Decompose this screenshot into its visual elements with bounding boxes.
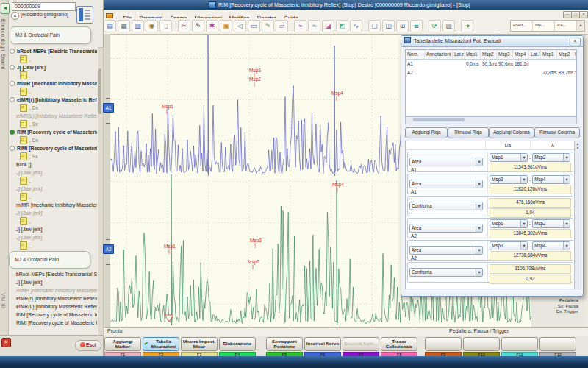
exam-tree-item[interactable]: RIMI [Recovery cycle of Masseteric Inhib… <box>9 319 97 327</box>
button-tabella-misurazioni[interactable]: ✔Tabella Misurazioni <box>143 337 179 351</box>
button-rimuovi-colonna[interactable]: Rimuovi Colonna <box>534 127 580 138</box>
stimulus-icon[interactable]: ✱ <box>206 20 218 32</box>
button-aggiungi-riga[interactable]: Aggiungi Riga <box>405 127 448 138</box>
collection-icon[interactable]: ≣ <box>410 20 423 32</box>
sound-icon[interactable]: ◁ <box>234 20 246 32</box>
dropdown-arrow-icon[interactable]: ▾ <box>563 220 570 227</box>
marker-label-msp1[interactable]: Msp1 <box>162 104 173 110</box>
marker-from-dropdown[interactable]: Msp3▾ <box>490 241 528 250</box>
hidden-table-header[interactable]: Pred...Me...Pa...▲ <box>510 20 585 32</box>
dropdown-arrow-icon[interactable]: ▾ <box>476 180 482 188</box>
table-hscrollbar[interactable] <box>405 116 577 124</box>
hscroll-thumb[interactable] <box>413 118 465 121</box>
exit-button[interactable]: Esci <box>75 340 101 351</box>
patient-name-label[interactable]: [Riccardo gimigliano] <box>21 12 68 17</box>
new-icon[interactable]: ▤ <box>104 20 116 32</box>
col-header[interactable]: Annotazioni <box>425 50 453 59</box>
exam-acquisition-row[interactable]: , <box>9 88 97 96</box>
marker-to-dropdown[interactable]: Msp4▾ <box>532 175 570 184</box>
panel-title-bar[interactable]: Tabella delle Misurazioni Pot. Evocati ✕ <box>401 36 583 47</box>
exam-acquisition-row[interactable]: , <box>9 55 97 63</box>
dropdown-arrow-icon[interactable]: ▾ <box>476 224 482 232</box>
table-row[interactable]: A2-0,3ms89,7ms5 <box>406 68 576 77</box>
dropdown-arrow-icon[interactable]: ▾ <box>520 220 527 227</box>
patient-id-field[interactable]: 000000009 <box>12 2 76 11</box>
export-b-icon[interactable]: ◩ <box>336 20 348 32</box>
dropdown-arrow-icon[interactable]: ▾ <box>476 269 482 276</box>
channel-tag-a1[interactable]: A1 <box>103 103 114 113</box>
dropdown-arrow-icon[interactable]: ▾ <box>563 242 570 250</box>
button-seconda-serie-[interactable]: Seconda Serie... <box>343 337 379 351</box>
scroll-up-arrow[interactable]: ▲ <box>577 21 584 31</box>
exam-tree-item[interactable]: mIMR [mechanic Inhibitory Masseteric Ref <box>9 201 97 209</box>
marker-to-dropdown[interactable]: Msp2▾ <box>532 153 570 162</box>
col-header[interactable]: Nom. <box>406 50 425 59</box>
exam-tree-item[interactable]: mIMR [mechanic Inhibitory Masseteric <box>9 79 97 88</box>
dropdown-arrow-icon[interactable]: ▾ <box>476 158 482 166</box>
marker-label-msp3[interactable]: Msp3 <box>250 238 262 244</box>
button-tracce-collezionate[interactable]: Tracce Collezionate <box>381 337 417 351</box>
table-row[interactable]: A10,0ms90,3ms90,6ms181,2ms <box>406 60 576 68</box>
button-aggiungi-colonna[interactable]: Aggiungi Colonna <box>489 127 534 138</box>
exam-group-box[interactable]: MJ & Orofacial Pain <box>10 26 91 44</box>
col-header[interactable]: Msp2 <box>557 50 573 59</box>
window-grid-icon[interactable]: ⊞ <box>396 20 409 32</box>
edit-note-icon[interactable]: ✎ <box>262 20 274 32</box>
dropdown-arrow-icon[interactable]: ▾ <box>563 154 570 161</box>
pen-icon[interactable]: ✎ <box>192 20 204 32</box>
button-sovrapponi-posizione[interactable]: Sovrapponi Posizione <box>266 337 303 351</box>
marker-from-dropdown[interactable]: Msp3▾ <box>490 175 528 184</box>
trace-a-icon[interactable]: ≈ <box>294 20 306 32</box>
button-aggiungi-marker[interactable]: Aggiungi Marker <box>104 337 141 351</box>
patient-card-icon[interactable] <box>76 6 93 24</box>
exam-acquisition-row[interactable]: , <box>9 193 97 201</box>
window-close-button[interactable]: ✕ <box>579 11 588 18</box>
marker-label-msp2[interactable]: Msp2 <box>249 77 261 82</box>
measure-type-dropdown[interactable]: Confronta▾ <box>409 268 483 277</box>
dropdown-arrow-icon[interactable]: ▾ <box>476 202 482 210</box>
measure-type-dropdown[interactable]: Area▾ <box>409 180 483 188</box>
sidebar-tab-strip[interactable]: Elenco degli Esami VM-IB <box>0 0 9 356</box>
exam-tree-item[interactable]: Jj [Jaw jerk] <box>9 278 97 286</box>
exam-tree-item[interactable]: eIMR(L) [Inhibitory Masseteric Reflex] <box>9 112 97 120</box>
exit-icon[interactable]: ➜ <box>461 20 473 32</box>
exam-acquisition-row[interactable]: , Sx <box>9 120 97 128</box>
marker-label-msp1[interactable]: Msp1 <box>164 244 176 250</box>
col-header[interactable]: Msp1 <box>465 50 481 59</box>
sidebar-scroll-thumb[interactable] <box>98 68 101 114</box>
col-header[interactable]: Lat.r <box>453 50 465 59</box>
exam-tree-item[interactable]: RIMI [Recovery cycle of Masseteric Inhi <box>9 144 97 152</box>
window-split-icon[interactable]: ◫ <box>382 20 395 32</box>
exam-tree-item[interactable]: Jj [Jaw jerk] <box>9 209 97 217</box>
trace-b-icon[interactable]: ≈ <box>308 20 320 32</box>
exam-group-box[interactable]: MJ & Orofacial Pain <box>9 251 90 269</box>
preview-icon[interactable]: ◉ <box>146 20 158 32</box>
exam-acquisition-row[interactable]: , Sx <box>9 152 97 160</box>
collapse-toggle[interactable]: ▲ <box>11 12 19 20</box>
exam-tree-item[interactable]: Jj [Jaw jerk] <box>9 233 97 241</box>
marker-from-dropdown[interactable]: Msp1▾ <box>490 219 528 228</box>
dropdown-arrow-icon[interactable]: ▾ <box>520 242 527 250</box>
button-rimuovi-riga[interactable]: Rimuovi Riga <box>448 127 489 138</box>
col-header[interactable]: Msp4 <box>513 50 529 59</box>
edit-page-icon[interactable]: ▱ <box>276 20 288 32</box>
marker-to-dropdown[interactable]: Msp2▾ <box>532 219 570 228</box>
exam-tree-item[interactable]: Jj [Jaw jerk] <box>9 225 97 233</box>
page-setup-icon[interactable]: ▯ <box>159 20 172 32</box>
exam-tree-item[interactable]: Blink [] <box>9 160 97 169</box>
button-inserisci-nervo[interactable]: Inserisci Nervo <box>304 337 341 351</box>
col-header[interactable]: Msp3 <box>573 50 577 59</box>
exam-tree-item[interactable]: Jj [Jaw jerk] <box>9 185 97 193</box>
exam-acquisition-row[interactable]: , Dx <box>9 136 97 144</box>
exam-tree-item[interactable]: RIM [Recovery cycle of Masseteric Inhibi… <box>9 311 97 319</box>
dropdown-arrow-icon[interactable]: ▾ <box>563 176 570 183</box>
col-header[interactable]: Msp3 <box>497 50 513 59</box>
exam-tree-item[interactable]: mIMR [mechanic Inhibitory Masseteric Re <box>9 286 97 294</box>
panel-vscrollbar[interactable]: ▲▼ <box>574 141 581 289</box>
curve-icon[interactable]: ∿ <box>350 20 362 32</box>
printer-pair-icon[interactable]: ▥ <box>442 20 455 32</box>
sidebar-tab-label[interactable]: Elenco degli Esami <box>1 19 6 70</box>
marker-to-dropdown[interactable]: Msp4▾ <box>532 241 570 250</box>
marker-from-dropdown[interactable]: Msp1▾ <box>490 153 528 162</box>
measure-type-dropdown[interactable]: Area▾ <box>409 158 483 166</box>
